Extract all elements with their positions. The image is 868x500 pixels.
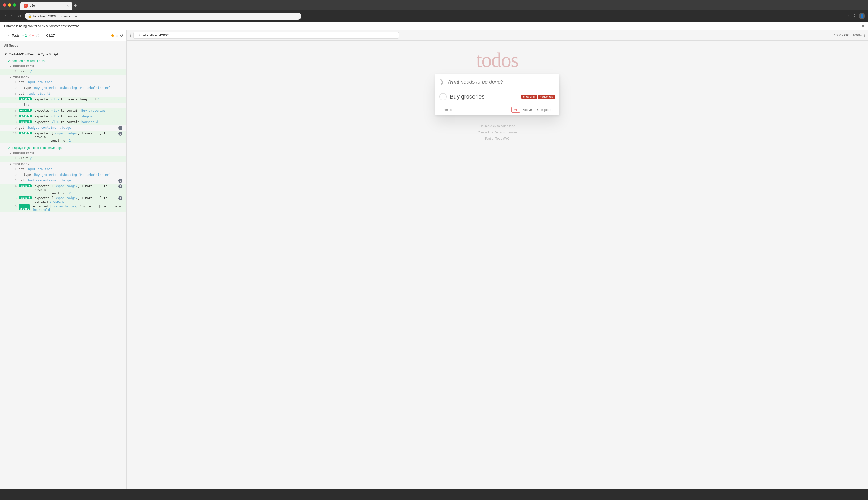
- new-todo-input[interactable]: [447, 79, 555, 85]
- traffic-lights: [3, 3, 16, 7]
- code-line-tb1-7[interactable]: 7 -assert expected <li> to contain shopp…: [0, 114, 127, 120]
- specs-header: All Specs: [0, 41, 126, 50]
- code-line-tb1-5[interactable]: 5 -last: [0, 103, 127, 108]
- extensions-icon[interactable]: ⋮: [852, 13, 857, 19]
- todo-info: Double-click to edit a todo Created by R…: [127, 115, 868, 149]
- code-line-tb2-6[interactable]: 6 -assert expected [ <span.badge>, 1 mor…: [0, 204, 127, 212]
- todo-app-container: todos ❯ Buy groceries shopping household: [127, 41, 868, 489]
- code-line-tb1-8[interactable]: 8 -assert expected <li> to contain house…: [0, 120, 127, 125]
- todo-app: todos ❯ Buy groceries shopping household: [127, 41, 868, 149]
- tab-close-icon[interactable]: ×: [67, 4, 69, 8]
- controlled-banner: Chrome is being controlled by automated …: [0, 22, 868, 30]
- pending-count: --: [36, 34, 42, 37]
- profile-button[interactable]: 👤: [859, 13, 865, 19]
- tab-title: e2e: [30, 4, 65, 8]
- assert-badge-4: -assert: [19, 120, 32, 123]
- test-pass-icon-2: ✓: [8, 146, 10, 150]
- code-line-tb2-2[interactable]: 2 -type Buy groceries @shopping @househo…: [0, 172, 127, 178]
- filter-active-button[interactable]: Active: [520, 107, 534, 113]
- tab-bar: e e2e × +: [18, 0, 865, 10]
- forward-button[interactable]: ›: [10, 13, 14, 19]
- banner-close-icon[interactable]: ×: [862, 24, 864, 28]
- before-each-header-1: ▼ BEFORE EACH: [0, 64, 127, 69]
- resolution-display: 1000 x 660: [834, 34, 849, 37]
- test-body-header-1: ▼ TEST BODY: [0, 75, 127, 80]
- section-chevron-icon-4: ▼: [9, 163, 12, 166]
- address-bar: ‹ › ↻ 🔒 localhost:4200/__/#/tests/__all …: [0, 10, 868, 22]
- filter-completed-button[interactable]: Completed: [535, 107, 556, 113]
- zoom-display: (100%): [852, 34, 861, 37]
- app-viewport: todos ❯ Buy groceries shopping household: [127, 41, 868, 489]
- code-line-tb1-9[interactable]: 9 get .badges-container .badge 2: [0, 125, 127, 131]
- title-bar: e e2e × +: [0, 0, 868, 10]
- test-item-1[interactable]: ✓ can add new todo items: [0, 58, 127, 64]
- code-line-tb1-3[interactable]: 3 get .todo-list li: [0, 91, 127, 97]
- badge-count-10: 2: [118, 132, 122, 136]
- items-left-count: 1 item left: [439, 108, 512, 112]
- test-body-header-2: ▼ TEST BODY: [0, 162, 127, 167]
- todo-item-text-1: Buy groceries: [450, 93, 521, 100]
- badge-count-t2-4: 2: [118, 184, 122, 189]
- todo-footer: 1 item left All Active Completed: [435, 104, 559, 115]
- code-line-be1-1[interactable]: 1 visit /: [0, 69, 127, 75]
- back-to-tests-button[interactable]: ← ← Tests: [3, 34, 20, 37]
- tab-favicon: e: [24, 4, 28, 8]
- preview-info-btn[interactable]: ℹ: [864, 33, 865, 37]
- code-line-tb2-4[interactable]: 4 -assert expected [ <span.badge>, 1 mor…: [0, 184, 127, 196]
- todo-checkbox-1[interactable]: [439, 93, 447, 100]
- code-line-tb1-6[interactable]: 6 -assert expected <li> to contain Buy g…: [0, 108, 127, 114]
- badge-household: household: [538, 95, 555, 99]
- suite-title[interactable]: ▼ TodoMVC - React & TypeScript: [0, 50, 127, 58]
- x-icon: ✕: [29, 34, 31, 37]
- todo-app-title: todos: [127, 41, 868, 75]
- lock-icon: 🔒: [28, 14, 32, 18]
- app-preview: ℹ http://localhost:4200/#/ 1000 x 660 (1…: [127, 30, 868, 489]
- back-icon: ←: [3, 34, 7, 37]
- todo-badges-container: shopping household: [521, 95, 555, 99]
- back-button[interactable]: ‹: [3, 13, 8, 19]
- section-chevron-icon-2: ▼: [9, 76, 12, 79]
- code-line-tb1-2[interactable]: 2 -type Buy groceries @shopping @househo…: [0, 86, 127, 91]
- code-line-tb2-1[interactable]: 1 get input.new-todo: [0, 167, 127, 172]
- badge-count-t2-5: 2: [118, 196, 122, 200]
- cypress-toolbar: ← ← Tests ✓ 2 ✕ -- -- 03.27 ↕ ↺: [0, 30, 126, 41]
- maximize-traffic-light[interactable]: [13, 3, 16, 7]
- refresh-button[interactable]: ↺: [120, 33, 123, 38]
- toggle-all-icon[interactable]: ❯: [439, 79, 444, 85]
- suite-chevron-icon: ▼: [4, 52, 8, 56]
- code-line-be2-1[interactable]: 1 visit /: [0, 156, 127, 162]
- fail-count: ✕ --: [29, 34, 34, 37]
- todo-input-area: ❯: [435, 75, 559, 89]
- test-time: 03.27: [44, 34, 57, 37]
- status-dot: [112, 34, 114, 37]
- assert-badge-t2-4: -assert: [19, 184, 32, 187]
- assert-badge-3: -assert: [19, 115, 32, 117]
- todo-item-1: Buy groceries shopping household: [435, 89, 559, 104]
- pass-count: ✓ 2: [22, 34, 27, 37]
- minimize-traffic-light[interactable]: [8, 3, 11, 7]
- preview-info-icon[interactable]: ℹ: [130, 33, 131, 38]
- bookmark-icon[interactable]: ☆: [847, 14, 850, 18]
- test-item-2[interactable]: ✓ displays tags if todo items have tags: [0, 145, 127, 151]
- before-each-header-2: ▼ BEFORE EACH: [0, 151, 127, 156]
- filter-all-button[interactable]: All: [512, 107, 520, 113]
- code-line-tb1-4[interactable]: 4 -assert expected <li> to have a length…: [0, 97, 127, 103]
- code-line-tb1-10[interactable]: 10 -assert expected [ <span.badge>, 1 mo…: [0, 131, 127, 143]
- url-text: localhost:4200/__/#/tests/__all: [33, 14, 298, 18]
- preview-url-bar[interactable]: http://localhost:4200/#/: [133, 32, 399, 38]
- new-tab-button[interactable]: +: [72, 2, 79, 10]
- code-line-tb1-1[interactable]: 1 get input.new-todo: [0, 80, 127, 86]
- browser-tab[interactable]: e e2e ×: [20, 2, 72, 10]
- assert-badge-2: -assert: [19, 109, 32, 112]
- arrow-icon[interactable]: ↕: [116, 34, 118, 38]
- close-traffic-light[interactable]: [3, 3, 7, 7]
- url-bar[interactable]: 🔒 localhost:4200/__/#/tests/__all: [25, 13, 302, 20]
- code-line-tb2-3[interactable]: 3 get .badges-container .badge 2: [0, 178, 127, 184]
- section-chevron-icon: ▼: [9, 65, 12, 68]
- test-tree: ▼ TodoMVC - React & TypeScript ✓ can add…: [0, 50, 127, 217]
- code-line-tb2-5[interactable]: 5 -assert expected [ <span.badge>, 1 mor…: [0, 196, 127, 204]
- badge-shopping: shopping: [521, 95, 537, 99]
- badge-count-t2-3: 2: [118, 179, 122, 183]
- reload-button[interactable]: ↻: [16, 13, 23, 20]
- filter-buttons: All Active Completed: [512, 107, 556, 113]
